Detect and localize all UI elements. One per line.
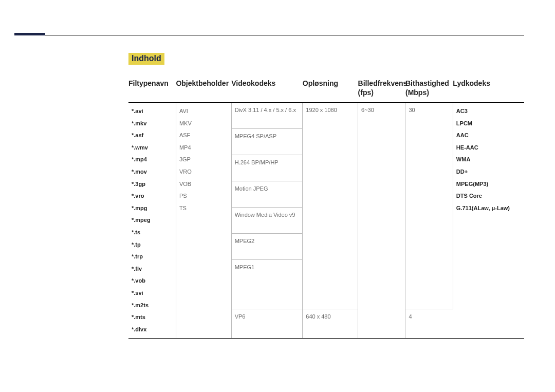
list-item: DTS Core <box>456 192 520 201</box>
top-rule <box>31 35 524 35</box>
list-item: *.mts <box>132 313 172 322</box>
list-item: WMA <box>456 155 520 164</box>
col-filename: Filtypenavn <box>128 76 176 103</box>
col-resolution: Opløsning <box>303 76 358 103</box>
cell-vcodecs-main: DivX 3.11 / 4.x / 5.x / 6.xMPEG4 SP/ASPH… <box>231 103 303 309</box>
cell-vcodec-2: VP6 <box>231 309 303 338</box>
list-item: *.svi <box>132 289 172 298</box>
vcodec-item: DivX 3.11 / 4.x / 5.x / 6.x <box>232 103 303 129</box>
list-item: ASF <box>179 131 227 140</box>
list-item: *.divx <box>132 325 172 334</box>
cell-res-2: 640 x 480 <box>303 309 358 338</box>
list-item: HE-AAC <box>456 143 520 153</box>
list-item: *.m2ts <box>132 301 172 310</box>
list-item: *.wmv <box>132 143 172 153</box>
col-acodec: Lydkodeks <box>453 76 524 103</box>
list-item: MPEG(MP3) <box>456 180 520 189</box>
list-item: AAC <box>456 131 520 140</box>
list-item: *.3gp <box>132 180 172 189</box>
list-item: *.trp <box>132 252 172 262</box>
col-fps: Billedfrekvens (fps) <box>358 76 405 103</box>
list-item: *.avi <box>132 107 172 116</box>
list-item: *.vro <box>132 192 172 201</box>
breadcrumb: Indhold <box>128 53 164 65</box>
vcodec-item: Window Media Video v9 <box>232 208 303 234</box>
col-bitrate: Bithastighed (Mbps) <box>405 76 453 103</box>
list-item: *.asf <box>132 131 172 140</box>
accent-bar <box>14 33 45 35</box>
vcodec-item: MPEG2 <box>232 234 303 260</box>
list-item: TS <box>179 204 227 213</box>
cell-bitrate-2: 4 <box>405 309 453 338</box>
list-item: *.mpg <box>132 204 172 213</box>
cell-containers: AVIMKVASFMP43GPVROVOBPSTS <box>176 103 231 339</box>
vcodec-item: H.264 BP/MP/HP <box>232 155 303 181</box>
list-item: *.tp <box>132 240 172 250</box>
list-item: LPCM <box>456 119 520 128</box>
list-item: PS <box>179 192 227 201</box>
cell-res-1: 1920 x 1080 <box>303 103 358 309</box>
list-item: *.vob <box>132 276 172 286</box>
list-item: MKV <box>179 119 227 128</box>
list-item: VOB <box>179 180 227 189</box>
list-item: 3GP <box>179 155 227 164</box>
list-item: MP4 <box>179 143 227 153</box>
table-header-row: Filtypenavn Objektbeholder Videokodeks O… <box>128 76 524 103</box>
col-container: Objektbeholder <box>176 76 231 103</box>
list-item: *.mov <box>132 167 172 177</box>
list-item: G.711(ALaw, μ-Law) <box>456 204 520 213</box>
vcodec-item: Motion JPEG <box>232 181 303 208</box>
cell-fps: 6~30 <box>358 103 405 339</box>
list-item: AVI <box>179 107 227 116</box>
list-item: VRO <box>179 167 227 177</box>
vcodec-item: MPEG4 SP/ASP <box>232 129 303 155</box>
list-item: *.mkv <box>132 119 172 128</box>
col-vcodec: Videokodeks <box>231 76 303 103</box>
vcodec-item: MPEG1 <box>232 260 303 286</box>
cell-bitrate-1: 30 <box>405 103 453 309</box>
spec-table: Filtypenavn Objektbeholder Videokodeks O… <box>128 76 524 339</box>
cell-acodecs: AC3LPCMAACHE-AACWMADD+MPEG(MP3)DTS CoreG… <box>453 103 524 339</box>
list-item: *.ts <box>132 228 172 237</box>
list-item: *.mp4 <box>132 155 172 164</box>
list-item: *.mpeg <box>132 216 172 225</box>
cell-file-types: *.avi*.mkv*.asf*.wmv*.mp4*.mov*.3gp*.vro… <box>128 103 176 339</box>
table-row: *.avi*.mkv*.asf*.wmv*.mp4*.mov*.3gp*.vro… <box>128 103 524 309</box>
list-item: *.flv <box>132 265 172 274</box>
list-item: DD+ <box>456 167 520 177</box>
list-item: AC3 <box>456 107 520 116</box>
